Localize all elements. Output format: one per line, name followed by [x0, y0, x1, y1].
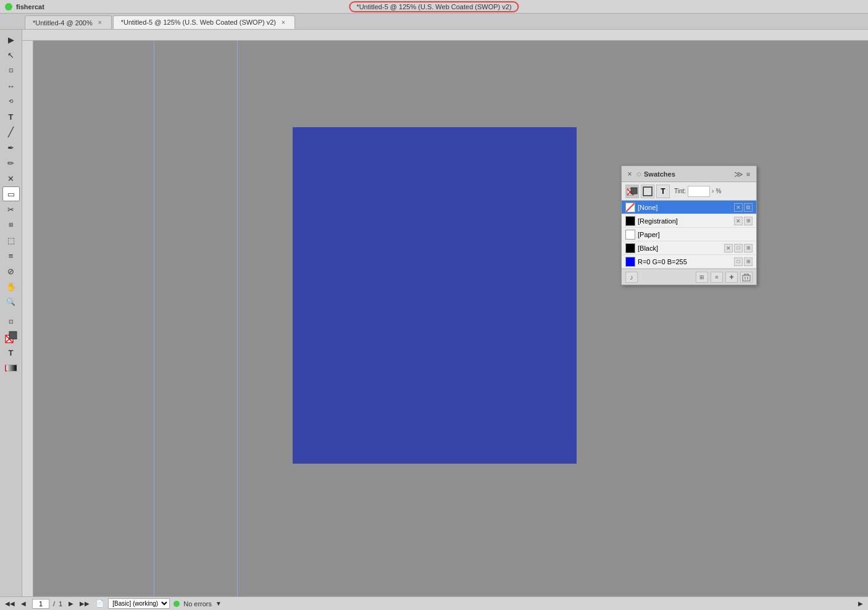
swatches-grid-view[interactable]: ⊞	[696, 272, 708, 283]
title-bar-center: *Untitled-5 @ 125% (U.S. Web Coated (SWO…	[349, 1, 519, 12]
tool-cross[interactable]: ✕	[2, 171, 20, 186]
first-page-button[interactable]: ◀◀	[5, 599, 15, 609]
tool-links[interactable]: ⊡	[2, 314, 20, 329]
swatches-panel-header: × ◇ Swatches ≫ ≡	[622, 166, 756, 182]
tool-transform[interactable]: ⟲	[2, 94, 20, 109]
swatch-registration[interactable]: [Registration] ✕ ⊞	[622, 214, 756, 228]
swatch-text-button[interactable]: T	[656, 185, 670, 198]
swatch-none-sq-icon: ▨	[744, 203, 753, 212]
swatch-black[interactable]: [Black] ✕ □ ⊞	[622, 241, 756, 255]
swatch-paper[interactable]: [Paper]	[622, 228, 756, 241]
total-pages: 1	[59, 600, 62, 608]
swatch-paper-color	[625, 230, 635, 240]
swatches-footer: ♪ ⊞ ≡ +	[622, 269, 756, 285]
swatch-blue-label: R=0 G=0 B=255	[638, 258, 732, 265]
swatches-collapse-button[interactable]: ≫	[734, 170, 743, 178]
tool-transform2[interactable]: ⊞	[2, 217, 20, 232]
tool-frame[interactable]: ⬚	[2, 233, 20, 248]
swatches-toolbar: T Tint: › %	[622, 182, 756, 201]
tint-arrow-icon[interactable]: ›	[712, 188, 714, 194]
swatches-new-color-group[interactable]: ♪	[625, 272, 638, 283]
swatch-fill-button[interactable]	[625, 185, 639, 198]
no-errors-icon	[173, 601, 180, 607]
tool-notes[interactable]: ≡	[2, 248, 20, 263]
ruler-top: /* ruler ticks rendered inline */	[22, 30, 868, 41]
green-dot-icon[interactable]	[5, 3, 12, 10]
swatch-blue[interactable]: R=0 G=0 B=255 □ ⊞	[622, 255, 756, 269]
tab-untitled5[interactable]: *Untitled-5 @ 125% (U.S. Web Coated (SWO…	[113, 15, 295, 29]
tool-hand[interactable]: ✋	[2, 279, 20, 294]
ruler-left	[22, 41, 33, 596]
swatches-panel-title: Swatches	[644, 170, 675, 178]
tint-percent-label: %	[716, 188, 721, 194]
svg-rect-5	[6, 365, 17, 371]
next-page-button[interactable]: ▶	[66, 599, 76, 609]
swatch-paper-label: [Paper]	[638, 231, 750, 238]
swatch-reg-x-icon: ✕	[734, 217, 743, 225]
swatch-reg-grid-icon: ⊞	[744, 217, 753, 225]
swatch-none-icons: ✕ ▨	[734, 203, 753, 212]
swatch-black-sq-icon: □	[734, 244, 743, 253]
view-mode-dropdown[interactable]: [Basic] (working)	[108, 598, 170, 609]
swatch-registration-icons: ✕ ⊞	[734, 217, 753, 225]
page-number-input[interactable]	[32, 599, 49, 609]
tab-untitled4-label: *Untitled-4 @ 200%	[33, 19, 93, 27]
tab-untitled5-close[interactable]: ×	[280, 19, 287, 26]
tool-fill-stroke[interactable]	[2, 330, 20, 345]
tool-line[interactable]: ╱	[2, 125, 20, 140]
tool-dropper[interactable]: ⊘	[2, 264, 20, 278]
swatches-delete-button[interactable]	[740, 272, 753, 283]
swatches-list: [None] ✕ ▨ [Registration] ✕ ⊞ [Paper] [B…	[622, 201, 756, 269]
left-toolbar: ▶ ↖ ⊡ ↔ ⟲ T ╱ ✒ ✏ ✕ ▭ ✂ ⊞ ⬚ ≡ ⊘ ✋ 🔍 ⊡ T	[0, 30, 22, 610]
swatch-none-label: [None]	[638, 204, 732, 211]
tool-page[interactable]: ⊡	[2, 63, 20, 78]
swatches-panel: × ◇ Swatches ≫ ≡ T Tint: › %	[621, 165, 757, 285]
tab-untitled4[interactable]: *Untitled-4 @ 200% ×	[25, 15, 112, 29]
status-arrow-right[interactable]: ▶	[858, 600, 863, 607]
title-bar: fishercat *Untitled-5 @ 125% (U.S. Web C…	[0, 0, 868, 14]
swatch-stroke-button[interactable]	[641, 185, 654, 198]
swatch-blue-sq-icon: □	[734, 257, 743, 266]
page-separator: /	[53, 600, 55, 608]
tint-input[interactable]	[688, 186, 710, 197]
prev-page-button[interactable]: ◀	[19, 599, 28, 609]
tool-pen[interactable]: ✒	[2, 140, 20, 155]
svg-rect-15	[743, 275, 750, 281]
tool-zoom[interactable]: 🔍	[2, 295, 20, 309]
swatches-close-button[interactable]: ×	[625, 170, 634, 178]
swatch-registration-label: [Registration]	[638, 217, 732, 225]
svg-rect-4	[9, 332, 17, 339]
page-thumb-icon[interactable]: 📄	[96, 600, 104, 608]
swatch-blue-icons: □ ⊞	[734, 257, 753, 266]
tool-type[interactable]: T	[2, 109, 20, 124]
tool-scissors[interactable]: ✂	[2, 202, 20, 217]
tint-label: Tint:	[674, 188, 686, 194]
swatch-registration-color	[625, 216, 635, 226]
status-bar: ◀◀ ◀ / 1 ▶ ▶▶ 📄 [Basic] (working) No err…	[0, 596, 868, 610]
tool-gradient[interactable]	[2, 361, 20, 375]
swatches-menu-button[interactable]: ≡	[744, 170, 753, 178]
last-page-button[interactable]: ▶▶	[80, 599, 90, 609]
tab-bar: *Untitled-4 @ 200% × *Untitled-5 @ 125% …	[0, 14, 868, 30]
tool-rectangle[interactable]: ▭	[2, 186, 20, 201]
tool-pencil[interactable]: ✏	[2, 156, 20, 170]
tool-gap[interactable]: ↔	[2, 78, 20, 93]
tab-untitled4-close[interactable]: ×	[96, 19, 104, 27]
tool-text-frame[interactable]: T	[2, 345, 20, 360]
swatch-blue-grid-icon: ⊞	[744, 257, 753, 266]
tool-select[interactable]: ▶	[2, 32, 20, 47]
status-expand-icon[interactable]: ▼	[215, 600, 222, 607]
swatch-none[interactable]: [None] ✕ ▨	[622, 201, 756, 214]
swatch-none-color	[625, 203, 635, 212]
swatch-black-color	[625, 243, 635, 253]
tool-direct-select[interactable]: ↖	[2, 48, 20, 62]
swatch-black-icons: ✕ □ ⊞	[724, 244, 753, 253]
swatches-add-button[interactable]: +	[725, 272, 738, 283]
document-page[interactable]	[293, 127, 577, 464]
swatches-list-view[interactable]: ≡	[711, 272, 723, 283]
swatch-blue-color	[625, 257, 635, 267]
svg-rect-14	[643, 187, 652, 196]
svg-rect-9	[22, 41, 33, 596]
swatch-none-x-icon: ✕	[734, 203, 743, 212]
canvas-area[interactable]	[33, 41, 868, 596]
